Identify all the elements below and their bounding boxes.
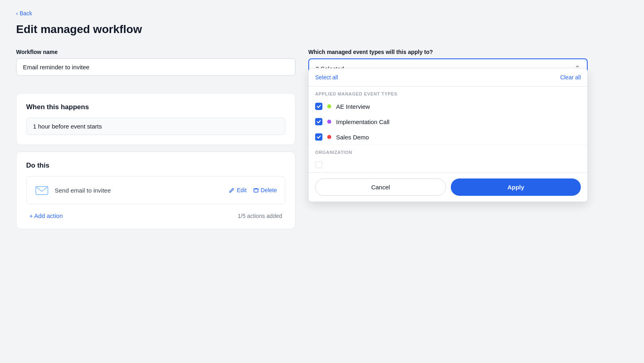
edit-button[interactable]: Edit xyxy=(229,187,246,193)
org-item[interactable] xyxy=(309,157,587,172)
check-icon xyxy=(316,119,321,124)
page-title: Edit managed workflow xyxy=(16,23,588,36)
implementation-call-checkbox[interactable] xyxy=(315,118,322,125)
dropdown-footer: Cancel Apply xyxy=(309,172,587,201)
cancel-button[interactable]: Cancel xyxy=(315,178,446,196)
action-row: Send email to invitee Edit xyxy=(26,176,285,204)
implementation-call-label: Implementation Call xyxy=(336,118,390,125)
ae-interview-label: AE Interview xyxy=(336,103,370,110)
implementation-call-dot xyxy=(327,120,331,124)
back-label: Back xyxy=(20,10,32,17)
add-action-button[interactable]: + Add action xyxy=(29,212,63,219)
action-left: Send email to invitee xyxy=(35,183,111,197)
sales-demo-dot xyxy=(327,135,331,139)
select-all-button[interactable]: Select all xyxy=(315,74,338,81)
when-section: When this happens xyxy=(16,93,295,145)
ae-interview-dot xyxy=(327,104,331,108)
event-types-label: Which managed event types will this appl… xyxy=(308,49,588,55)
trash-icon xyxy=(253,187,259,193)
email-icon xyxy=(35,183,49,197)
when-section-title: When this happens xyxy=(26,103,285,111)
workflow-name-input[interactable] xyxy=(16,58,295,76)
when-section-input[interactable] xyxy=(26,118,285,135)
sales-demo-checkbox[interactable] xyxy=(315,133,322,141)
dropdown-header: Select all Clear all xyxy=(309,68,587,87)
ae-interview-checkbox[interactable] xyxy=(315,103,322,110)
apply-button[interactable]: Apply xyxy=(451,178,581,196)
org-checkbox[interactable] xyxy=(315,161,322,168)
back-link[interactable]: ‹ Back xyxy=(16,10,32,17)
svg-rect-1 xyxy=(254,189,258,192)
sales-demo-label: Sales Demo xyxy=(336,134,369,141)
applied-section-label: APPLIED MANAGED EVENT TYPES xyxy=(309,87,587,99)
list-item[interactable]: AE Interview xyxy=(309,99,587,114)
event-types-section: Which managed event types will this appl… xyxy=(308,49,588,79)
do-section: Do this Send email to invitee xyxy=(16,151,295,229)
delete-button[interactable]: Delete xyxy=(253,187,277,193)
edit-icon xyxy=(229,187,235,193)
org-section-label: ORGANIZATION xyxy=(309,145,587,157)
list-item[interactable]: Implementation Call xyxy=(309,114,587,129)
action-right: Edit Delete xyxy=(229,187,277,193)
list-item[interactable]: Sales Demo xyxy=(309,129,587,145)
bottom-bar: + Add action 1/5 actions added xyxy=(26,212,285,219)
check-icon xyxy=(316,104,321,109)
actions-count: 1/5 actions added xyxy=(237,213,282,219)
event-types-dropdown: Select all Clear all APPLIED MANAGED EVE… xyxy=(308,68,588,202)
do-section-title: Do this xyxy=(26,162,285,170)
check-icon xyxy=(316,135,321,139)
workflow-name-label: Workflow name xyxy=(16,49,295,55)
chevron-left-icon: ‹ xyxy=(16,10,18,17)
clear-all-button[interactable]: Clear all xyxy=(560,74,581,81)
workflow-name-section: Workflow name xyxy=(16,49,295,76)
action-label: Send email to invitee xyxy=(55,187,111,194)
